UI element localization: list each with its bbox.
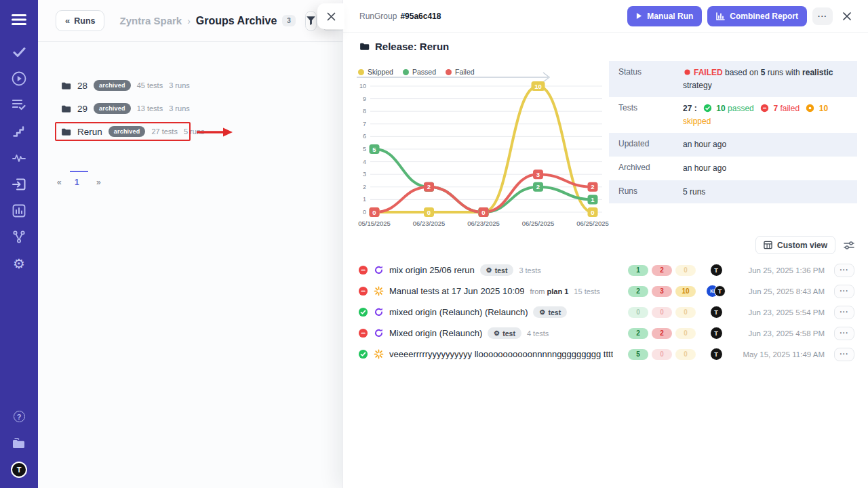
folder-icon: [61, 104, 71, 114]
run-date: Jun 25, 2025 1:36 PM: [736, 266, 825, 274]
play-icon: [636, 12, 642, 20]
dotc-icon: [806, 104, 814, 113]
count-passed: 2: [628, 286, 648, 297]
archived-badge: archived: [108, 126, 146, 137]
minus-icon: [358, 286, 368, 296]
import-icon[interactable]: [0, 171, 38, 197]
run-avatars: T: [701, 264, 731, 276]
tests-check-icon[interactable]: [0, 39, 38, 65]
chart-legend: SkippedPassedFailed: [358, 68, 475, 76]
minus-icon: [358, 265, 368, 275]
run-date: Jun 23, 2025 5:54 PM: [736, 308, 825, 317]
breadcrumb-project[interactable]: Zyntra Spark: [119, 15, 182, 26]
folder-row-29[interactable]: 29 archived 13 tests 3 runs: [61, 99, 205, 118]
detail-value: an hour ago: [683, 138, 848, 151]
run-row[interactable]: veeeerrrrryyyyyyyyyy llooooooooooonnnnng…: [355, 344, 857, 365]
check-icon: [703, 104, 712, 113]
detail-label: Status: [618, 66, 683, 92]
branches-fork-icon[interactable]: [0, 224, 38, 250]
back-to-runs-button[interactable]: «Runs: [56, 10, 104, 31]
active-page-indicator: [70, 171, 88, 172]
avatar: T: [711, 327, 722, 339]
folder-tests-count: 45 tests: [137, 81, 163, 89]
run-row[interactable]: Mixed origin (Relaunch)⚙test4 tests 220 …: [355, 323, 857, 344]
runs-list: mix origin 25/06 rerun⚙test3 tests 120 T…: [355, 260, 857, 365]
filter-button[interactable]: [305, 11, 317, 31]
run-title: veeeerrrrryyyyyyyyyy llooooooooooonnnnng…: [389, 349, 613, 359]
combined-report-button[interactable]: Combined Report: [707, 6, 807, 26]
user-avatar[interactable]: T: [0, 456, 38, 483]
svg-text:0: 0: [363, 209, 366, 216]
dot-icon: [683, 68, 692, 77]
row-more-button[interactable]: ···: [834, 327, 854, 340]
menu-icon[interactable]: [0, 6, 38, 33]
runs-button-label: Runs: [74, 16, 95, 26]
more-actions-button[interactable]: ···: [812, 7, 833, 25]
close-panel-x-button[interactable]: [842, 12, 852, 21]
run-row[interactable]: mix origin 25/06 rerun⚙test3 tests 120 T…: [355, 260, 857, 281]
count-passed: 1: [628, 265, 648, 276]
release-title-text: Release: Rerun: [375, 41, 449, 52]
folder-row-28[interactable]: 28 archived 45 tests 3 runs: [61, 76, 205, 95]
count-failed: 2: [652, 328, 672, 339]
folder-runs-count: 3 runs: [169, 104, 190, 113]
pagination-prev[interactable]: «: [57, 178, 62, 187]
custom-view-button[interactable]: Custom view: [755, 236, 835, 254]
svg-text:06/25/2025: 06/25/2025: [522, 220, 555, 227]
detail-label: Archived: [618, 162, 683, 175]
runs-play-icon[interactable]: [0, 65, 38, 92]
pagination-page-1[interactable]: 1: [75, 178, 79, 187]
close-icon: [327, 12, 336, 21]
steps-icon[interactable]: [0, 118, 38, 144]
svg-text:4: 4: [363, 159, 366, 165]
svg-text:6: 6: [363, 133, 366, 140]
plans-list-icon[interactable]: [0, 92, 38, 118]
settings-gear-icon[interactable]: ⚙: [0, 250, 38, 277]
folder-row-Rerun[interactable]: Rerun archived 27 tests 5 runs: [61, 122, 205, 141]
projects-folder-icon[interactable]: [0, 430, 38, 456]
folder-name: 29: [77, 104, 87, 114]
run-row[interactable]: Manual tests at 17 Jun 2025 10:09from pl…: [355, 281, 857, 302]
filters-sliders-icon[interactable]: [844, 241, 854, 250]
detail-row-status: Status FAILED based on 5 runs with reali…: [609, 61, 857, 97]
detail-row-archived: Archived an hour ago: [609, 157, 857, 180]
run-title: Manual tests at 17 Jun 2025 10:09: [389, 286, 524, 296]
avatar: T: [711, 348, 722, 360]
reports-chart-icon[interactable]: [0, 197, 38, 224]
run-avatars: KIT: [701, 285, 731, 297]
row-more-button[interactable]: ···: [834, 348, 854, 361]
gear-icon: ⚙: [494, 330, 500, 337]
svg-text:8: 8: [363, 108, 366, 115]
count-skipped: 10: [675, 286, 696, 297]
legend-failed: Failed: [446, 68, 475, 76]
manual-run-button[interactable]: Manual Run: [627, 6, 702, 26]
run-row[interactable]: mixed origin (Relaunch) (Relaunch)⚙test …: [355, 302, 857, 323]
app: ⚙ ? T «Runs Zyntra Spark › Groups Archiv…: [0, 0, 868, 488]
pagination-next[interactable]: »: [96, 178, 101, 187]
svg-text:1: 1: [363, 196, 366, 203]
folder-list: 28 archived 45 tests 3 runs 29 archived …: [61, 76, 205, 145]
activity-pulse-icon[interactable]: [0, 144, 38, 171]
run-from-plan: from plan 1: [530, 287, 568, 296]
panel-close-button[interactable]: [317, 3, 344, 29]
count-skipped: 0: [675, 349, 696, 360]
details-table: Status FAILED based on 5 runs with reali…: [609, 61, 857, 203]
svg-text:0: 0: [591, 209, 594, 216]
detail-row-tests: Tests 27 : 10 passed 7 failed 10 skipped: [609, 97, 857, 133]
run-avatars: T: [701, 306, 731, 318]
groups-archive-panel: «Runs Zyntra Spark › Groups Archive 3 28…: [38, 0, 342, 488]
rerun-icon: [374, 265, 384, 275]
folder-name: 28: [77, 81, 87, 91]
count-skipped: 0: [675, 328, 696, 339]
help-icon[interactable]: ?: [0, 403, 38, 430]
row-more-button[interactable]: ···: [834, 285, 854, 298]
row-more-button[interactable]: ···: [834, 264, 854, 277]
folder-icon: [359, 41, 370, 52]
svg-text:9: 9: [363, 96, 366, 102]
svg-text:5: 5: [372, 146, 376, 153]
detail-row-runs: Runs 5 runs: [609, 180, 857, 204]
count-passed: 0: [628, 307, 648, 318]
run-title: Mixed origin (Relaunch): [389, 328, 482, 338]
svg-text:2: 2: [536, 183, 540, 190]
row-more-button[interactable]: ···: [834, 306, 854, 319]
